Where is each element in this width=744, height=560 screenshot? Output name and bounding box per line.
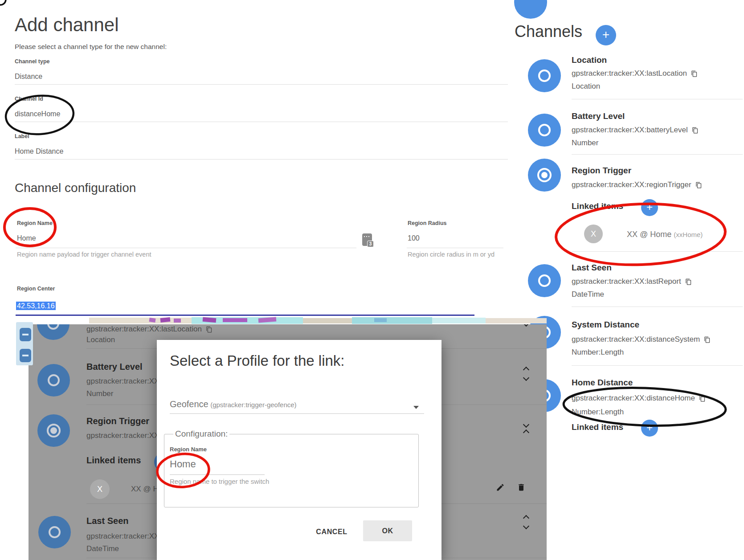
cancel-button[interactable]: CANCEL [308,526,355,538]
region-name-underline [16,248,356,248]
channel-name: Home Distance [572,378,633,388]
config-section-title: Channel configuration [15,181,136,195]
region-radius-help: Region circle radius in m or yd [408,251,495,258]
channel-icon-last-seen [528,264,561,297]
dialog-region-name-help: Region name to trigger the switch [170,478,269,485]
copy-icon[interactable] [699,395,706,402]
dimmed-linked-item-avatar: X [90,479,110,499]
linked-item[interactable]: XX @ Home (xxHome) [627,230,703,239]
profile-uid: (gpstracker:trigger-geofence) [210,401,296,409]
channel-icon-location [528,59,561,92]
add-channel-button[interactable]: + [596,25,616,45]
add-link-button[interactable]: + [641,420,658,437]
region-radius-field[interactable]: 100 [408,234,420,242]
dialog-region-name-label: Region Name [170,446,207,453]
dimmed-channel-icon-region-trigger [37,414,70,447]
channel-icon-region-trigger [528,159,561,192]
channel-type-field[interactable]: Distance [15,73,42,81]
region-name-label: Region Name [17,220,53,226]
channel-type: Number:Length [572,408,624,417]
intro-text: Please select a channel type for the new… [15,43,167,51]
region-name-help: Region name payload for trigger channel … [17,251,151,258]
page-title: Add channel [15,14,119,36]
channel-type-underline [15,84,508,85]
dimmed-channel-icon-location [37,324,69,340]
channel-type: Number:Length [572,348,624,357]
dimmed-channel-type: DateTime [86,544,119,553]
chevron-down-icon[interactable] [413,406,419,409]
dimmed-channel-type: Number [86,389,113,398]
copy-icon[interactable] [685,278,692,286]
region-name-field[interactable]: Home [17,234,36,242]
ok-button[interactable]: OK [363,520,412,541]
linked-item-uid: (xxHome) [674,231,703,238]
region-center-label: Region Center [17,286,55,292]
channel-name: Region Trigger [572,166,631,176]
channel-id: gpstracker:tracker:XX:lastLocation [572,69,698,78]
label-label: Label [15,133,29,139]
channel-name: Location [572,55,607,65]
move-up-icon[interactable] [523,515,529,521]
region-center-field[interactable]: 42.53,16.16 [16,302,56,310]
move-down-icon[interactable] [523,324,529,326]
move-up-icon[interactable] [523,367,529,372]
plus-icon: + [602,28,609,41]
plus-icon: + [646,201,653,213]
linked-item-avatar: X [584,225,603,243]
channel-id: gpstracker:tracker:XX:regionTrigger [572,180,702,189]
channel-id: gpstracker:tracker:XX:batteryLevel [572,126,699,135]
map-zoom-thumbnail [16,322,33,365]
label-underline [15,159,508,159]
channel-id-field[interactable]: distanceHome [15,110,60,118]
channel-id: gpstracker:tracker:XX:distanceHome [572,394,706,403]
channel-type: Number [572,139,598,147]
channel-id: gpstracker:tracker:XX:lastReport [572,277,692,286]
channel-id: gpstracker:tracker:XX:distanceSystem [572,335,711,344]
dimmed-linked-items-label: Linked items [86,455,141,466]
dimmed-channel-icon-battery [37,364,70,396]
corner-mark [0,0,6,5]
move-down-icon[interactable] [523,523,529,529]
dialog-region-name-field[interactable]: Home [170,458,196,470]
profile-dialog: Select a Profile for the link: Geofence … [157,340,441,560]
keypad-badge: 3 [367,241,374,247]
channel-type: Location [572,82,600,91]
copy-icon[interactable] [691,70,698,78]
copy-icon[interactable] [206,326,213,333]
configuration-fieldset: Configuration: [164,429,419,507]
profile-select[interactable]: Geofence (gpstracker:trigger-geofence) [170,399,297,409]
dimmed-channel-name: Region Trigger [86,416,149,426]
region-radius-underline [407,248,503,248]
channel-name: System Distance [572,320,639,330]
channel-type-label: Channel type [15,58,50,65]
channel-id-label: Channel Id [15,96,43,102]
channel-id-underline [15,122,508,122]
expand-icon[interactable] [523,429,529,435]
copy-icon[interactable] [695,181,702,189]
collapse-icon[interactable] [523,421,529,427]
dialog-title: Select a Profile for the link: [170,352,345,369]
keypad-icon[interactable]: 3 [362,233,372,246]
dimmed-channel-type: Location [86,335,115,344]
label-field[interactable]: Home Distance [15,147,63,155]
edit-icon[interactable] [496,483,505,492]
add-link-button[interactable]: + [641,199,658,216]
linked-items-label: Linked items [572,422,623,432]
copy-icon[interactable] [692,127,699,134]
channel-name: Battery Level [572,111,625,121]
delete-icon[interactable] [517,483,526,492]
dimmed-channel-id: gpstracker:tracker:XX:lastLocation [86,325,213,334]
move-down-icon[interactable] [523,375,529,380]
dimmed-channel-icon-last-seen [38,516,71,548]
dimmed-channel-name: Last Seen [86,516,128,526]
dimmed-channel-name: Battery Level [86,362,143,372]
region-center-focus-underline [16,315,474,316]
map-sliver [89,317,547,324]
plus-icon: + [646,421,653,433]
clipped-fab-icon [514,0,547,19]
selected-text: 42.53,16.16 [16,302,56,310]
copy-icon[interactable] [704,336,711,343]
channel-icon-battery [528,114,561,147]
linked-items-label: Linked items [572,201,623,211]
channel-name: Last Seen [572,263,612,273]
